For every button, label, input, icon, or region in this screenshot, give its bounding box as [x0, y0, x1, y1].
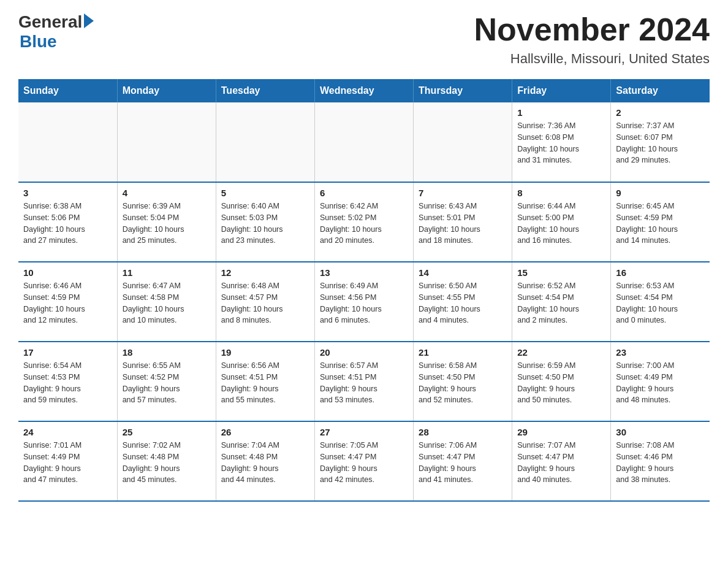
calendar-cell: 26Sunrise: 7:04 AM Sunset: 4:48 PM Dayli… — [216, 421, 314, 501]
calendar-cell — [216, 102, 314, 182]
calendar-cell: 20Sunrise: 6:57 AM Sunset: 4:51 PM Dayli… — [314, 342, 413, 421]
day-number: 6 — [320, 188, 408, 198]
day-info: Sunrise: 7:37 AM Sunset: 6:07 PM Dayligh… — [616, 120, 705, 166]
day-info: Sunrise: 6:48 AM Sunset: 4:57 PM Dayligh… — [221, 280, 309, 326]
calendar-cell: 25Sunrise: 7:02 AM Sunset: 4:48 PM Dayli… — [117, 421, 216, 501]
calendar-week-1: 1Sunrise: 7:36 AM Sunset: 6:08 PM Daylig… — [18, 102, 710, 182]
day-number: 4 — [123, 188, 211, 198]
day-info: Sunrise: 6:40 AM Sunset: 5:03 PM Dayligh… — [221, 201, 309, 247]
day-number: 5 — [221, 188, 309, 198]
logo: General Blue — [18, 12, 94, 52]
weekday-header-thursday: Thursday — [414, 79, 512, 102]
calendar-week-5: 24Sunrise: 7:01 AM Sunset: 4:49 PM Dayli… — [18, 421, 710, 501]
day-info: Sunrise: 6:52 AM Sunset: 4:54 PM Dayligh… — [517, 280, 605, 326]
calendar-cell: 14Sunrise: 6:50 AM Sunset: 4:55 PM Dayli… — [414, 262, 512, 342]
calendar-cell: 21Sunrise: 6:58 AM Sunset: 4:50 PM Dayli… — [414, 342, 512, 421]
logo-triangle-icon — [84, 13, 94, 28]
day-info: Sunrise: 6:49 AM Sunset: 4:56 PM Dayligh… — [320, 280, 408, 326]
day-info: Sunrise: 6:46 AM Sunset: 4:59 PM Dayligh… — [23, 280, 112, 326]
day-number: 12 — [221, 267, 309, 278]
calendar-table: SundayMondayTuesdayWednesdayThursdayFrid… — [18, 79, 710, 502]
calendar-cell: 17Sunrise: 6:54 AM Sunset: 4:53 PM Dayli… — [18, 342, 117, 421]
day-number: 23 — [616, 347, 705, 358]
day-number: 13 — [320, 267, 408, 278]
calendar-cell: 3Sunrise: 6:38 AM Sunset: 5:06 PM Daylig… — [18, 182, 117, 262]
day-info: Sunrise: 7:08 AM Sunset: 4:46 PM Dayligh… — [616, 440, 705, 486]
day-info: Sunrise: 6:55 AM Sunset: 4:52 PM Dayligh… — [123, 360, 211, 406]
day-info: Sunrise: 7:07 AM Sunset: 4:47 PM Dayligh… — [517, 440, 605, 486]
calendar-cell: 30Sunrise: 7:08 AM Sunset: 4:46 PM Dayli… — [611, 421, 710, 501]
day-info: Sunrise: 6:43 AM Sunset: 5:01 PM Dayligh… — [419, 201, 507, 247]
day-number: 26 — [221, 427, 309, 437]
day-number: 29 — [517, 427, 605, 437]
day-info: Sunrise: 6:57 AM Sunset: 4:51 PM Dayligh… — [320, 360, 408, 406]
day-number: 16 — [616, 267, 705, 278]
calendar-cell: 1Sunrise: 7:36 AM Sunset: 6:08 PM Daylig… — [512, 102, 611, 182]
day-info: Sunrise: 6:58 AM Sunset: 4:50 PM Dayligh… — [419, 360, 507, 406]
calendar-cell: 2Sunrise: 7:37 AM Sunset: 6:07 PM Daylig… — [611, 102, 710, 182]
calendar-cell: 29Sunrise: 7:07 AM Sunset: 4:47 PM Dayli… — [512, 421, 611, 501]
weekday-header-sunday: Sunday — [18, 79, 117, 102]
day-info: Sunrise: 6:38 AM Sunset: 5:06 PM Dayligh… — [23, 201, 112, 247]
day-number: 20 — [320, 347, 408, 358]
day-number: 10 — [23, 267, 112, 278]
day-info: Sunrise: 6:50 AM Sunset: 4:55 PM Dayligh… — [419, 280, 507, 326]
day-info: Sunrise: 7:04 AM Sunset: 4:48 PM Dayligh… — [221, 440, 309, 486]
calendar-cell: 27Sunrise: 7:05 AM Sunset: 4:47 PM Dayli… — [314, 421, 413, 501]
day-number: 30 — [616, 427, 705, 437]
weekday-header-monday: Monday — [117, 79, 216, 102]
day-number: 22 — [517, 347, 605, 358]
day-info: Sunrise: 6:54 AM Sunset: 4:53 PM Dayligh… — [23, 360, 112, 406]
day-number: 3 — [23, 188, 112, 198]
page-header: General Blue November 2024 Hallsville, M… — [18, 12, 710, 67]
page-title: November 2024 — [474, 12, 710, 47]
day-info: Sunrise: 6:59 AM Sunset: 4:50 PM Dayligh… — [517, 360, 605, 406]
day-number: 19 — [221, 347, 309, 358]
calendar-cell: 4Sunrise: 6:39 AM Sunset: 5:04 PM Daylig… — [117, 182, 216, 262]
day-info: Sunrise: 7:00 AM Sunset: 4:49 PM Dayligh… — [616, 360, 705, 406]
day-number: 1 — [517, 107, 605, 118]
weekday-header-saturday: Saturday — [611, 79, 710, 102]
day-number: 11 — [123, 267, 211, 278]
day-number: 28 — [419, 427, 507, 437]
calendar-cell: 8Sunrise: 6:44 AM Sunset: 5:00 PM Daylig… — [512, 182, 611, 262]
weekday-header-tuesday: Tuesday — [216, 79, 314, 102]
calendar-week-2: 3Sunrise: 6:38 AM Sunset: 5:06 PM Daylig… — [18, 182, 710, 262]
calendar-cell: 22Sunrise: 6:59 AM Sunset: 4:50 PM Dayli… — [512, 342, 611, 421]
day-number: 2 — [616, 107, 705, 118]
day-number: 24 — [23, 427, 112, 437]
calendar-cell — [414, 102, 512, 182]
calendar-cell: 6Sunrise: 6:42 AM Sunset: 5:02 PM Daylig… — [314, 182, 413, 262]
calendar-week-3: 10Sunrise: 6:46 AM Sunset: 4:59 PM Dayli… — [18, 262, 710, 342]
calendar-cell: 12Sunrise: 6:48 AM Sunset: 4:57 PM Dayli… — [216, 262, 314, 342]
calendar-cell: 28Sunrise: 7:06 AM Sunset: 4:47 PM Dayli… — [414, 421, 512, 501]
calendar-cell: 10Sunrise: 6:46 AM Sunset: 4:59 PM Dayli… — [18, 262, 117, 342]
calendar-cell: 15Sunrise: 6:52 AM Sunset: 4:54 PM Dayli… — [512, 262, 611, 342]
day-info: Sunrise: 6:44 AM Sunset: 5:00 PM Dayligh… — [517, 201, 605, 247]
day-number: 7 — [419, 188, 507, 198]
day-info: Sunrise: 6:39 AM Sunset: 5:04 PM Dayligh… — [123, 201, 211, 247]
weekday-header-friday: Friday — [512, 79, 611, 102]
day-info: Sunrise: 6:45 AM Sunset: 4:59 PM Dayligh… — [616, 201, 705, 247]
day-number: 21 — [419, 347, 507, 358]
calendar-cell: 11Sunrise: 6:47 AM Sunset: 4:58 PM Dayli… — [117, 262, 216, 342]
calendar-cell: 23Sunrise: 7:00 AM Sunset: 4:49 PM Dayli… — [611, 342, 710, 421]
calendar-cell: 16Sunrise: 6:53 AM Sunset: 4:54 PM Dayli… — [611, 262, 710, 342]
logo-general-text: General — [18, 12, 82, 32]
day-info: Sunrise: 7:05 AM Sunset: 4:47 PM Dayligh… — [320, 440, 408, 486]
calendar-cell: 13Sunrise: 6:49 AM Sunset: 4:56 PM Dayli… — [314, 262, 413, 342]
day-number: 8 — [517, 188, 605, 198]
day-number: 18 — [123, 347, 211, 358]
day-info: Sunrise: 7:36 AM Sunset: 6:08 PM Dayligh… — [517, 120, 605, 166]
day-number: 25 — [123, 427, 211, 437]
calendar-header-row: SundayMondayTuesdayWednesdayThursdayFrid… — [18, 79, 710, 102]
logo-blue-text: Blue — [20, 32, 57, 51]
day-number: 17 — [23, 347, 112, 358]
calendar-cell: 24Sunrise: 7:01 AM Sunset: 4:49 PM Dayli… — [18, 421, 117, 501]
calendar-cell: 5Sunrise: 6:40 AM Sunset: 5:03 PM Daylig… — [216, 182, 314, 262]
day-info: Sunrise: 6:47 AM Sunset: 4:58 PM Dayligh… — [123, 280, 211, 326]
day-info: Sunrise: 7:06 AM Sunset: 4:47 PM Dayligh… — [419, 440, 507, 486]
calendar-week-4: 17Sunrise: 6:54 AM Sunset: 4:53 PM Dayli… — [18, 342, 710, 421]
day-number: 9 — [616, 188, 705, 198]
calendar-cell: 18Sunrise: 6:55 AM Sunset: 4:52 PM Dayli… — [117, 342, 216, 421]
